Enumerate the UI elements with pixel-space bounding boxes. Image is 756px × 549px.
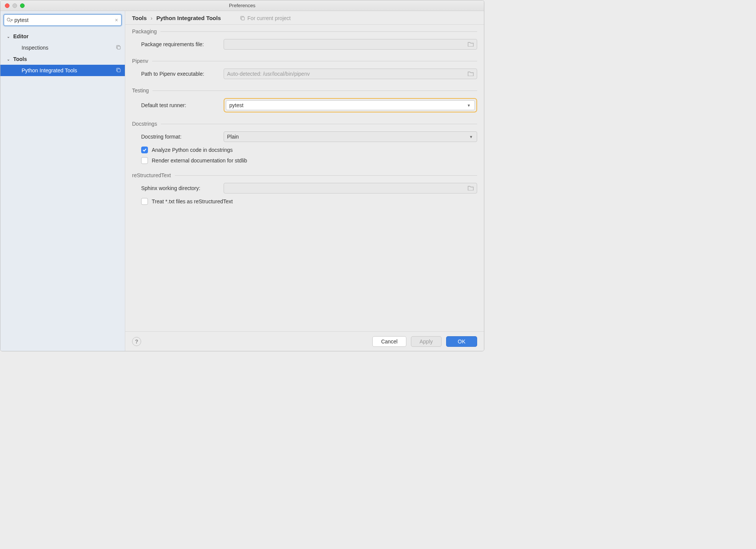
copy-icon [116, 45, 121, 51]
section-title-text: Testing [132, 87, 149, 94]
settings-sections: Packaging Package requirements file: Pip… [125, 25, 484, 331]
section-restructured-text: reStructuredText Sphinx working director… [132, 172, 477, 205]
content-area: ▾ × ⌄ Editor Inspections ⌄ [0, 11, 484, 351]
minimize-window-button[interactable] [12, 3, 17, 8]
pipenv-path-field[interactable] [224, 69, 477, 79]
section-packaging: Packaging Package requirements file: [132, 28, 477, 50]
window-controls [5, 3, 25, 8]
render-stdlib-label: Render external documentation for stdlib [152, 158, 247, 164]
chevron-down-icon: ⌄ [6, 34, 11, 39]
chevron-down-icon: ▼ [467, 103, 471, 108]
breadcrumb-leaf: Python Integrated Tools [156, 15, 221, 21]
section-title-text: reStructuredText [132, 172, 171, 178]
highlighted-setting: pytest ▼ [224, 98, 477, 112]
header: Tools › Python Integrated Tools For curr… [125, 11, 484, 25]
tree-node-tools[interactable]: ⌄ Tools [0, 53, 125, 65]
select-value: Plain [227, 134, 239, 140]
analyze-docstrings-checkbox[interactable] [141, 147, 148, 153]
sidebar: ▾ × ⌄ Editor Inspections ⌄ [0, 11, 125, 351]
svg-point-0 [7, 18, 10, 21]
sphinx-dir-input[interactable] [227, 185, 468, 191]
tree-label: Python Integrated Tools [22, 67, 77, 73]
section-title-text: Packaging [132, 28, 157, 34]
window-title: Preferences [229, 3, 255, 8]
render-stdlib-checkbox[interactable] [141, 157, 148, 164]
svg-rect-3 [117, 46, 120, 49]
breadcrumb: Tools › Python Integrated Tools [132, 15, 221, 21]
select-value: pytest [229, 102, 243, 108]
browse-folder-icon[interactable] [468, 41, 474, 48]
titlebar: Preferences [0, 0, 484, 11]
test-runner-select[interactable]: pytest ▼ [226, 100, 475, 110]
footer: ? Cancel Apply OK [125, 331, 484, 351]
apply-button[interactable]: Apply [411, 336, 442, 347]
main-panel: Tools › Python Integrated Tools For curr… [125, 11, 484, 351]
treat-txt-as-rst-checkbox[interactable] [141, 198, 148, 205]
section-title-text: Pipenv [132, 58, 148, 64]
docstring-format-label: Docstring format: [141, 134, 218, 140]
package-requirements-field[interactable] [224, 39, 477, 50]
tree-label: Tools [13, 56, 27, 62]
svg-rect-7 [241, 17, 244, 20]
tree-node-python-integrated-tools[interactable]: Python Integrated Tools [0, 65, 125, 76]
scope-label: For current project [247, 15, 291, 21]
docstring-format-select[interactable]: Plain ▼ [224, 131, 477, 142]
pipenv-path-label: Path to Pipenv executable: [141, 71, 218, 77]
package-requirements-input[interactable] [227, 41, 468, 47]
tree-label: Editor [13, 33, 28, 39]
section-pipenv: Pipenv Path to Pipenv executable: [132, 58, 477, 79]
section-docstrings: Docstrings Docstring format: Plain ▼ Ana… [132, 121, 477, 164]
tree-label: Inspections [22, 45, 48, 51]
ok-button[interactable]: OK [446, 336, 477, 347]
tree-node-inspections[interactable]: Inspections [0, 42, 125, 53]
svg-rect-5 [117, 69, 120, 72]
chevron-down-icon: ▼ [469, 135, 473, 139]
analyze-docstrings-label: Analyze Python code in docstrings [152, 147, 233, 153]
sphinx-dir-label: Sphinx working directory: [141, 185, 218, 191]
copy-icon [116, 67, 121, 74]
breadcrumb-root[interactable]: Tools [132, 15, 147, 21]
search-dropdown-icon[interactable]: ▾ [11, 18, 13, 22]
section-testing: Testing Default test runner: pytest ▼ [132, 87, 477, 112]
section-title-text: Docstrings [132, 121, 157, 127]
preferences-window: Preferences ▾ × ⌄ Editor Inspections [0, 0, 484, 351]
treat-txt-as-rst-label: Treat *.txt files as reStructuredText [152, 198, 233, 204]
help-button[interactable]: ? [132, 337, 141, 346]
breadcrumb-separator: › [151, 15, 152, 21]
browse-folder-icon[interactable] [468, 185, 474, 192]
scope-indicator: For current project [240, 15, 291, 21]
close-window-button[interactable] [5, 3, 9, 8]
zoom-window-button[interactable] [20, 3, 25, 8]
test-runner-label: Default test runner: [141, 102, 218, 108]
settings-tree: ⌄ Editor Inspections ⌄ Tools Python Inte… [0, 29, 125, 76]
sphinx-dir-field[interactable] [224, 183, 477, 193]
project-scope-icon [240, 16, 245, 21]
chevron-down-icon: ⌄ [6, 57, 11, 61]
browse-folder-icon[interactable] [468, 71, 474, 77]
package-requirements-label: Package requirements file: [141, 41, 218, 47]
pipenv-path-input[interactable] [227, 71, 468, 77]
cancel-button[interactable]: Cancel [372, 336, 406, 347]
search-input[interactable] [14, 17, 114, 23]
clear-search-icon[interactable]: × [114, 17, 119, 23]
tree-node-editor[interactable]: ⌄ Editor [0, 31, 125, 42]
search-box[interactable]: ▾ × [3, 14, 122, 26]
